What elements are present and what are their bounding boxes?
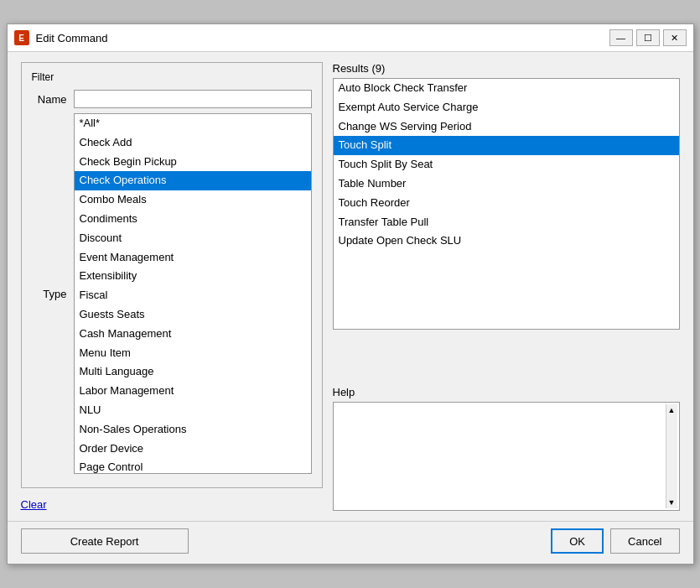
results-group: Results (9) Auto Block Check TransferExe… bbox=[333, 62, 680, 379]
results-list-item[interactable]: Change WS Serving Period bbox=[334, 117, 679, 137]
title-bar: E Edit Command — ☐ ✕ bbox=[8, 24, 693, 52]
type-list-item[interactable]: Labor Management bbox=[75, 382, 311, 401]
name-label: Name bbox=[32, 93, 74, 106]
name-input[interactable] bbox=[74, 90, 312, 108]
type-list-item[interactable]: Extensibility bbox=[75, 267, 311, 286]
create-report-button[interactable]: Create Report bbox=[21, 528, 189, 554]
minimize-button[interactable]: — bbox=[609, 29, 633, 46]
filter-label: Filter bbox=[32, 71, 312, 83]
type-list-item[interactable]: Order Device bbox=[75, 440, 311, 459]
type-row: Type *All*Check AddCheck Begin PickupChe… bbox=[32, 113, 312, 474]
type-list-item[interactable]: Cash Management bbox=[75, 325, 311, 344]
ok-button[interactable]: OK bbox=[551, 528, 604, 554]
help-group: Help ▲ ▼ bbox=[333, 386, 680, 511]
results-label: Results (9) bbox=[333, 62, 680, 75]
results-list-item[interactable]: Transfer Table Pull bbox=[334, 213, 679, 232]
window-body: Filter Name Type *All*Check AddCheck Beg… bbox=[8, 52, 693, 521]
results-list[interactable]: Auto Block Check TransferExempt Auto Ser… bbox=[333, 78, 680, 330]
type-list-item[interactable]: Check Add bbox=[75, 133, 311, 153]
left-panel: Filter Name Type *All*Check AddCheck Beg… bbox=[21, 62, 323, 511]
type-list-item[interactable]: Combo Meals bbox=[75, 190, 311, 210]
type-list-item[interactable]: Guests Seats bbox=[75, 305, 311, 325]
type-label: Type bbox=[32, 288, 74, 300]
type-list-item[interactable]: Event Management bbox=[75, 248, 311, 268]
results-list-item[interactable]: Update Open Check SLU bbox=[334, 232, 679, 251]
clear-link[interactable]: Clear bbox=[21, 498, 323, 511]
type-list-item[interactable]: NLU bbox=[75, 401, 311, 420]
type-list-item[interactable]: Non-Sales Operations bbox=[75, 420, 311, 440]
results-list-item[interactable]: Exempt Auto Service Charge bbox=[334, 98, 679, 117]
results-list-item[interactable]: Touch Split By Seat bbox=[334, 155, 679, 174]
results-list-item[interactable]: Touch Reorder bbox=[334, 194, 679, 213]
footer: Create Report OK Cancel bbox=[8, 521, 693, 564]
type-list-item[interactable]: Check Operations bbox=[75, 171, 311, 190]
type-list-item[interactable]: Discount bbox=[75, 229, 311, 248]
footer-right: OK Cancel bbox=[551, 528, 679, 554]
type-list-item[interactable]: *All* bbox=[75, 114, 311, 133]
type-list-item[interactable]: Condiments bbox=[75, 210, 311, 229]
results-list-item[interactable]: Auto Block Check Transfer bbox=[334, 79, 679, 98]
results-list-item[interactable]: Table Number bbox=[334, 174, 679, 194]
window-controls: — ☐ ✕ bbox=[609, 29, 687, 46]
type-list-item[interactable]: Page Control bbox=[75, 458, 311, 474]
right-panel: Results (9) Auto Block Check TransferExe… bbox=[333, 62, 680, 511]
type-list-item[interactable]: Multi Language bbox=[75, 362, 311, 382]
window-title: Edit Command bbox=[36, 32, 603, 44]
name-row: Name bbox=[32, 90, 312, 108]
type-list-container: *All*Check AddCheck Begin PickupCheck Op… bbox=[74, 113, 312, 474]
type-list-item[interactable]: Check Begin Pickup bbox=[75, 153, 311, 172]
type-list[interactable]: *All*Check AddCheck Begin PickupCheck Op… bbox=[74, 113, 312, 474]
cancel-button[interactable]: Cancel bbox=[610, 528, 679, 554]
help-scrollbar[interactable]: ▲ ▼ bbox=[666, 404, 677, 508]
results-list-item[interactable]: Touch Split bbox=[334, 136, 679, 155]
maximize-button[interactable]: ☐ bbox=[636, 29, 660, 46]
help-label: Help bbox=[333, 386, 680, 398]
type-list-item[interactable]: Menu Item bbox=[75, 344, 311, 363]
type-list-item[interactable]: Fiscal bbox=[75, 286, 311, 305]
filter-group: Filter Name Type *All*Check AddCheck Beg… bbox=[21, 62, 323, 488]
edit-command-window: E Edit Command — ☐ ✕ Filter Name Type *A… bbox=[7, 23, 694, 565]
app-icon: E bbox=[14, 30, 29, 45]
help-box: ▲ ▼ bbox=[333, 402, 680, 511]
close-button[interactable]: ✕ bbox=[663, 29, 687, 46]
